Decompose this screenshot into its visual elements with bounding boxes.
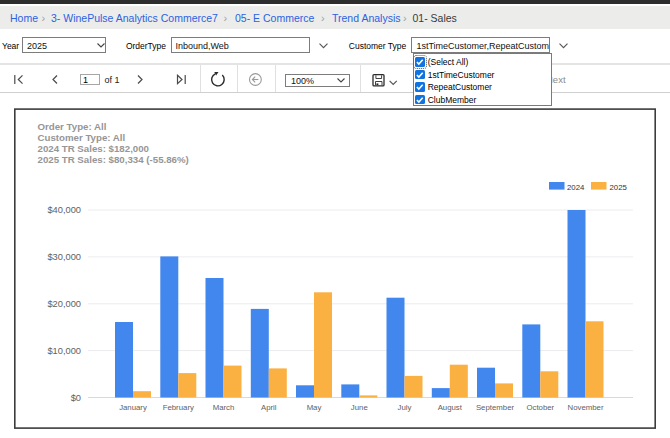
- svg-text:2024 TR Sales: $182,000: 2024 TR Sales: $182,000: [38, 143, 150, 154]
- svg-text:September: September: [476, 403, 515, 412]
- svg-text:2025: 2025: [610, 183, 628, 192]
- svg-text:$10,000: $10,000: [47, 346, 81, 356]
- svg-text:April: April: [261, 403, 277, 412]
- svg-text:August: August: [438, 403, 463, 412]
- svg-text:Customer Type: All: Customer Type: All: [38, 132, 126, 143]
- svg-text:$20,000: $20,000: [47, 299, 81, 309]
- svg-text:2025 TR Sales: $80,334 (-55.86: 2025 TR Sales: $80,334 (-55.86%): [38, 154, 189, 165]
- svg-text:July: July: [398, 403, 412, 412]
- svg-text:2024: 2024: [567, 183, 585, 192]
- svg-text:November: November: [568, 403, 604, 412]
- svg-text:$30,000: $30,000: [47, 252, 81, 262]
- svg-text:May: May: [307, 403, 322, 412]
- svg-text:$0: $0: [71, 393, 81, 403]
- svg-text:January: January: [119, 403, 147, 412]
- svg-text:$40,000: $40,000: [47, 205, 81, 215]
- svg-text:March: March: [213, 403, 235, 412]
- svg-text:June: June: [351, 403, 368, 412]
- svg-text:October: October: [526, 403, 554, 412]
- svg-text:Order Type: All: Order Type: All: [38, 121, 107, 132]
- svg-text:February: February: [163, 403, 194, 412]
